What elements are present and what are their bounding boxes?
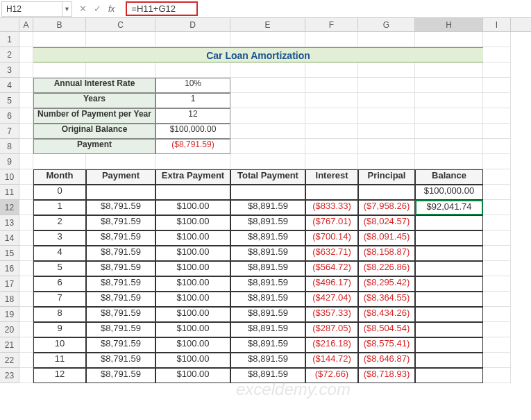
- formula-input[interactable]: =H11+G12: [121, 1, 531, 17]
- td-principal[interactable]: ($8,158.87): [358, 246, 415, 261]
- td-principal[interactable]: ($8,504.54): [358, 322, 415, 337]
- td-principal[interactable]: ($8,364.55): [358, 292, 415, 307]
- td-month[interactable]: 1: [33, 200, 86, 215]
- td-balance[interactable]: [415, 353, 483, 368]
- td-balance[interactable]: [415, 246, 483, 261]
- cell[interactable]: [415, 124, 483, 139]
- td-payment[interactable]: $8,791.59: [86, 215, 155, 230]
- cell[interactable]: [483, 185, 511, 200]
- fx-icon[interactable]: fx: [108, 4, 115, 14]
- cell[interactable]: [230, 108, 305, 124]
- row-header-16[interactable]: 16: [0, 261, 19, 276]
- cell[interactable]: [19, 292, 33, 307]
- td-month[interactable]: 6: [33, 276, 86, 292]
- td-principal[interactable]: ($8,646.87): [358, 353, 415, 368]
- col-header-E[interactable]: E: [230, 18, 305, 31]
- cell[interactable]: [483, 93, 511, 108]
- cell[interactable]: [483, 215, 511, 230]
- cell[interactable]: [483, 169, 511, 185]
- row-header-6[interactable]: 6: [0, 108, 19, 124]
- param-value[interactable]: 10%: [155, 78, 230, 93]
- td-month[interactable]: 2: [33, 215, 86, 230]
- cell[interactable]: [19, 276, 33, 292]
- cell[interactable]: [358, 124, 415, 139]
- td-interest[interactable]: ($496.17): [305, 276, 358, 292]
- cell[interactable]: [483, 78, 511, 93]
- td-payment[interactable]: $8,791.59: [86, 246, 155, 261]
- cell[interactable]: [19, 337, 33, 353]
- cell[interactable]: [483, 47, 511, 62]
- name-box-dropdown-icon[interactable]: ▼: [62, 1, 72, 17]
- td-interest[interactable]: ($767.01): [305, 215, 358, 230]
- col-header-C[interactable]: C: [86, 18, 155, 31]
- td-month[interactable]: 9: [33, 322, 86, 337]
- td-principal[interactable]: ($8,024.57): [358, 215, 415, 230]
- cell[interactable]: [19, 93, 33, 108]
- cell[interactable]: [415, 32, 483, 47]
- td-total[interactable]: $8,891.59: [230, 292, 305, 307]
- row-header-7[interactable]: 7: [0, 124, 19, 139]
- cell[interactable]: [483, 32, 511, 47]
- cell[interactable]: [33, 154, 86, 169]
- td-balance[interactable]: [415, 337, 483, 353]
- row-header-4[interactable]: 4: [0, 78, 19, 93]
- td-month[interactable]: 8: [33, 307, 86, 322]
- param-label[interactable]: Years: [33, 93, 155, 108]
- td-total[interactable]: $8,891.59: [230, 322, 305, 337]
- cell[interactable]: [483, 62, 511, 78]
- row-header-19[interactable]: 19: [0, 307, 19, 322]
- cell[interactable]: [19, 108, 33, 124]
- col-header-B[interactable]: B: [33, 18, 86, 31]
- col-header-H[interactable]: H: [415, 18, 483, 31]
- cell[interactable]: [230, 139, 305, 154]
- param-value[interactable]: 12: [155, 108, 230, 124]
- td-payment[interactable]: $8,791.59: [86, 368, 155, 383]
- param-value[interactable]: $100,000.00: [155, 124, 230, 139]
- td[interactable]: [155, 185, 230, 200]
- row-header-9[interactable]: 9: [0, 154, 19, 169]
- td-principal[interactable]: ($8,091.45): [358, 230, 415, 246]
- param-label[interactable]: Original Balance: [33, 124, 155, 139]
- td-total[interactable]: $8,891.59: [230, 261, 305, 276]
- td-interest[interactable]: ($700.14): [305, 230, 358, 246]
- row-header-18[interactable]: 18: [0, 292, 19, 307]
- td-extra[interactable]: $100.00: [155, 337, 230, 353]
- cell[interactable]: [305, 62, 358, 78]
- td-month[interactable]: 0: [33, 185, 86, 200]
- td-extra[interactable]: $100.00: [155, 292, 230, 307]
- cell[interactable]: [230, 62, 305, 78]
- cell[interactable]: [415, 154, 483, 169]
- cell[interactable]: [33, 62, 86, 78]
- row-header-14[interactable]: 14: [0, 230, 19, 246]
- cell[interactable]: [415, 93, 483, 108]
- col-header-I[interactable]: I: [483, 18, 511, 31]
- cell[interactable]: [358, 108, 415, 124]
- td-extra[interactable]: $100.00: [155, 200, 230, 215]
- col-header-G[interactable]: G: [358, 18, 415, 31]
- param-label[interactable]: Number of Payment per Year: [33, 108, 155, 124]
- cell[interactable]: [86, 62, 155, 78]
- cell[interactable]: [358, 93, 415, 108]
- td-extra[interactable]: $100.00: [155, 215, 230, 230]
- cell[interactable]: [483, 124, 511, 139]
- cell[interactable]: [155, 62, 230, 78]
- td-extra[interactable]: $100.00: [155, 368, 230, 383]
- cell[interactable]: [483, 200, 511, 215]
- td-extra[interactable]: $100.00: [155, 230, 230, 246]
- cell[interactable]: [415, 139, 483, 154]
- cell[interactable]: [19, 230, 33, 246]
- td-total[interactable]: $8,891.59: [230, 215, 305, 230]
- td-month[interactable]: 11: [33, 353, 86, 368]
- row-header-3[interactable]: 3: [0, 62, 19, 78]
- cell[interactable]: [230, 78, 305, 93]
- param-label[interactable]: Payment: [33, 139, 155, 154]
- td-total[interactable]: $8,891.59: [230, 307, 305, 322]
- td-balance[interactable]: [415, 292, 483, 307]
- td-interest[interactable]: ($72.66): [305, 368, 358, 383]
- td-payment[interactable]: $8,791.59: [86, 307, 155, 322]
- cell[interactable]: [19, 32, 33, 47]
- cell[interactable]: [19, 215, 33, 230]
- td-payment[interactable]: $8,791.59: [86, 353, 155, 368]
- th-total[interactable]: Total Payment: [230, 169, 305, 185]
- cell[interactable]: [19, 124, 33, 139]
